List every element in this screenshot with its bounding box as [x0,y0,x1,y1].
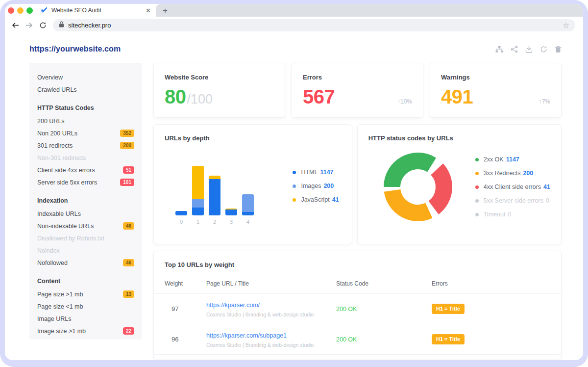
legend-dot-icon [475,172,479,175]
column-header-errors: Errors [432,280,550,287]
url-bar: sitechecker.pro ☆ [5,17,583,33]
refresh-icon[interactable] [540,46,547,53]
sidebar-item-overview[interactable]: Overview [37,71,134,83]
sidebar-item-indexable-urls[interactable]: Indexable URLs [37,208,134,220]
chart-title: HTTP status codes by URLs [368,134,550,142]
sidebar-item-label: Non-indexable URLs [37,223,123,230]
table-body: 97https://kparser.com/Cosmos Studio | Br… [154,294,561,355]
tab-close-icon[interactable]: ✕ [146,7,151,14]
sidebar-item-crawled-urls[interactable]: Crawled URLs [37,83,134,96]
sidebar-item-label: Image URLs [37,315,134,322]
sidebar-item-server-side-5xx-errors[interactable]: Server side 5xx errors101 [37,176,134,188]
tab-strip: + [156,4,583,17]
dashboard-layout: OverviewCrawled URLsHTTP Status Codes200… [29,63,562,359]
x-tick-label: 4 [242,219,254,225]
page-content: https://yourwebsite.com [5,33,583,360]
cell-status-code: 200 OK [336,306,432,313]
stat-value: 567 [303,86,335,108]
sidebar-item-301-redirects[interactable]: 301 redirects200 [37,139,134,152]
main-panel: Website Score 80 /100 Errors 567 [153,63,562,359]
sidebar-item-200-urls[interactable]: 200 URLs [37,115,134,127]
sidebar-item-image-size-1-mb[interactable]: Image size >1 mb22 [37,325,134,337]
trash-icon[interactable] [555,46,562,53]
browser-tab[interactable]: Website SEO Audit ✕ [38,4,156,17]
url-text: sitechecker.pro [68,22,559,29]
legend-value: 41 [543,184,550,190]
stat-delta: ↑10% [397,98,412,105]
page-url-link[interactable]: https://kparser.com/subpage1 [206,332,287,339]
sidebar-item-label: Page size >1 mb [37,291,123,298]
bar-depth-2 [209,176,220,215]
legend-label: Images [301,183,321,189]
legend-dot-icon [475,158,479,161]
browser-window: Website SEO Audit ✕ + sitechecker. [5,4,583,360]
http-status-codes-card: HTTP status codes by URLs 2xx OK11473xx … [357,124,562,244]
page-header: https://yourwebsite.com [29,43,562,55]
sidebar-item-non-301-redirects[interactable]: Non-301 redirects [37,152,134,164]
legend-item-javascript[interactable]: JavaScript41 [293,196,339,203]
legend-item-html[interactable]: HTML1147 [293,169,339,176]
stat-title: Website Score [165,74,274,81]
count-badge: 46 [123,222,134,230]
download-icon[interactable] [525,46,533,53]
audited-site-url: https://yourwebsite.com [29,45,121,53]
donut-chart [381,150,455,226]
sidebar-item-label: Crawled URLs [37,86,134,93]
sidebar-item-page-size-1-mb[interactable]: Page size <1 mb [37,300,134,313]
new-tab-icon[interactable]: + [163,6,168,15]
bookmark-star-icon[interactable]: ☆ [563,22,569,29]
legend-item-images[interactable]: Images200 [293,183,339,189]
sidebar-item-noindex[interactable]: Noindex [37,244,134,257]
stat-value: 80 [165,86,186,108]
legend-dot-icon [293,184,296,188]
stat-title: Errors [303,74,412,81]
sidebar-item-non-200-urls[interactable]: Non 200 URLs352 [37,127,134,139]
sidebar-section-http-status-codes: HTTP Status Codes [37,105,134,111]
sidebar-item-label: Noindex [37,247,134,254]
back-icon[interactable] [12,22,19,29]
stat-card-errors: Errors 567 ↑10% [292,63,423,118]
column-header-weight: Weight [165,280,206,287]
address-field[interactable]: sitechecker.pro ☆ [53,19,575,31]
close-window-button[interactable] [8,7,14,14]
cell-errors: H1 = Title [432,304,550,314]
sidebar-nav: OverviewCrawled URLsHTTP Status Codes200… [29,63,142,340]
legend-item-4xx-client-side-errors[interactable]: 4xx Client side errors41 [475,184,550,190]
stat-delta: ↑7% [539,98,550,105]
bar-segment-html [242,212,254,215]
legend-dot-icon [475,199,479,203]
count-badge: 13 [123,290,134,298]
sidebar-item-client-side-4xx-errors[interactable]: Client side 4xx errors51 [37,164,134,176]
sidebar-item-label: Disallowed by Robots.txt [37,235,134,242]
legend-dot-icon [475,213,479,216]
column-header-status-code: Status Code [336,280,432,287]
legend-label: 4xx Client side errors [484,184,541,190]
sidebar-item-non-indexable-urls[interactable]: Non-indexable URLs46 [37,220,134,232]
minimize-window-button[interactable] [17,7,24,14]
reload-icon[interactable] [39,22,47,29]
sidebar-item-disallowed-by-robots-txt[interactable]: Disallowed by Robots.txt [37,232,134,244]
cell-page-url: https://kparser.com/Cosmos Studio | Bran… [206,300,336,317]
bar-plot [175,164,254,215]
bar-segment-javascript [209,176,220,179]
sidebar-item-label: 200 URLs [37,118,134,125]
page-url-link[interactable]: https://kparser.com/ [206,302,260,309]
legend-item-3xx-redirects[interactable]: 3xx Redirects200 [475,170,550,177]
sidebar-item-image-urls[interactable]: Image URLs [37,313,134,325]
share-icon[interactable] [511,46,518,53]
legend-item-5xx-server-side-errors[interactable]: 5xx Server side errors0 [475,197,550,204]
sidebar-item-nofollowed[interactable]: Nofollowed46 [37,257,134,269]
sidebar-item-page-size-1-mb[interactable]: Page size >1 mb13 [37,288,134,300]
legend-item-timeout[interactable]: Timeout0 [475,211,550,218]
forward-icon[interactable] [25,22,33,29]
legend-item-2xx-ok[interactable]: 2xx OK1147 [475,156,550,163]
tab-title: Website SEO Audit [51,7,142,14]
bar-segment-html [175,211,187,215]
stat-title: Warnings [441,74,550,81]
zoom-window-button[interactable] [26,7,33,14]
bar-segment-html [225,210,237,215]
count-badge: 352 [120,130,134,137]
bar-segment-html [192,208,204,215]
sitemap-icon[interactable] [495,46,503,53]
bar-depth-0 [175,211,187,215]
